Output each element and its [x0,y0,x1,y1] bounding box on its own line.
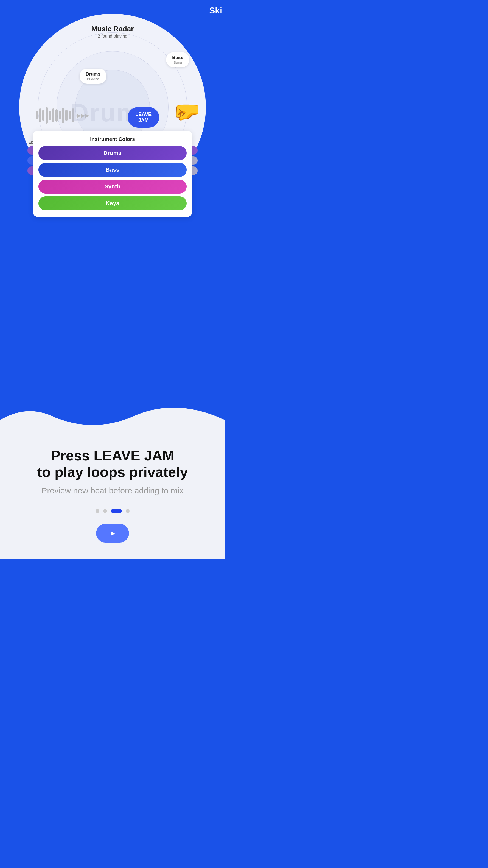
next-button[interactable]: ▶ [96,524,129,542]
bass-button[interactable]: Bass [38,163,187,177]
pagination-dot-1[interactable] [96,509,99,513]
radar-title-block: Music Radar 2 found playing [91,25,134,39]
bass-bubble: Bass Sunu [166,52,189,67]
radar-subtitle: 2 found playing [91,34,134,39]
radar-title: Music Radar [91,25,134,33]
bass-bubble-sub: Sunu [172,60,183,65]
main-heading: Press LEAVE JAM to play loops privately [8,447,217,480]
bottom-section: Press LEAVE JAM to play loops privately … [0,426,225,559]
pagination-dot-2[interactable] [103,509,107,513]
leave-jam-line2: JAM [138,118,149,123]
waveform-bar [39,108,41,122]
waveform-bar [36,111,38,119]
waveform-bar [45,107,48,124]
waveform-bar [65,110,67,121]
waveform-bar [62,108,64,123]
waveform-area: ▶▶▶ [36,107,89,124]
waveform-bar [49,111,51,120]
pagination-dot-4[interactable] [126,509,130,513]
pagination-dots [8,509,217,513]
bass-bubble-title: Bass [172,55,183,60]
drums-bubble-title: Drums [86,71,100,77]
heading-line2: to play loops privately [37,464,188,480]
synth-button[interactable]: Synth [38,180,187,194]
drums-bubble-sub: Buddha [86,77,100,81]
waveform-bar [59,111,61,119]
skip-button[interactable]: Ski [209,5,225,16]
pointing-hand-icon: 🤜 [173,99,200,125]
waveform-bar [56,109,58,122]
arrow-right-icon: ▶▶▶ [77,112,89,119]
keys-button[interactable]: Keys [38,196,187,210]
pagination-dot-3-active[interactable] [111,509,122,513]
waveform-bar [42,110,44,121]
heading-line1: Press LEAVE JAM [51,447,174,464]
wave-divider [0,404,225,437]
waveform-bar [69,111,71,119]
sub-heading: Preview new beat before adding to mix [8,486,217,495]
instrument-panel: Instrument Colors Drums Bass Synth Keys [33,131,192,217]
top-section: Ski Music Radar 2 found playing Drums Bu… [0,0,225,247]
leave-jam-button[interactable]: LEAVE JAM [128,107,159,128]
waveform-bar [72,108,74,122]
leave-jam-line1: LEAVE [135,112,152,117]
drums-bubble: Drums Buddha [79,69,106,84]
drums-button[interactable]: Drums [38,146,187,160]
radar-circle: Music Radar 2 found playing Drums Buddha… [19,14,206,200]
waveform-bar [52,108,54,122]
panel-title: Instrument Colors [38,136,187,142]
